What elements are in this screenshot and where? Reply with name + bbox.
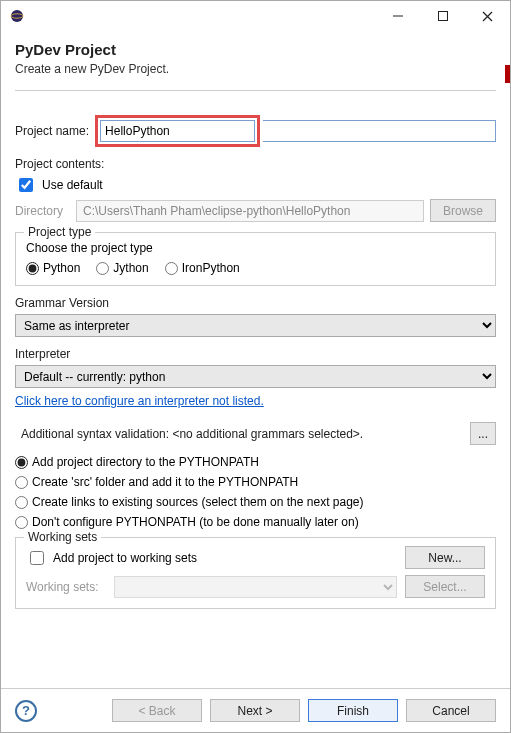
working-sets-legend: Working sets [24,530,101,544]
titlebar [1,1,510,31]
directory-input [76,200,424,222]
grammar-title: Grammar Version [15,296,496,310]
working-sets-label: Working sets: [26,580,106,594]
add-working-sets-label: Add project to working sets [53,551,197,565]
contents-title: Project contents: [15,157,496,171]
project-type-choose: Choose the project type [26,241,485,255]
header-divider [15,90,496,91]
pp-opt1[interactable]: Add project directory to the PYTHONPATH [15,455,496,469]
minimize-button[interactable] [375,1,420,31]
working-sets-new-button[interactable]: New... [405,546,485,569]
pp-opt3[interactable]: Create links to existing sources (select… [15,495,496,509]
working-sets-select-button: Select... [405,575,485,598]
pp-opt4[interactable]: Don't configure PYTHONPATH (to be done m… [15,515,496,529]
wizard-content: Project name: Project contents: Use defa… [1,105,510,688]
project-name-row: Project name: [15,115,496,147]
eclipse-icon [9,8,25,24]
radio-python[interactable]: Python [26,261,80,275]
working-sets-select [114,576,397,598]
pp-opt2-input[interactable] [15,476,28,489]
wizard-header: PyDev Project Create a new PyDev Project… [1,31,510,105]
project-type-group: Project type Choose the project type Pyt… [15,232,496,286]
working-sets-row: Working sets: Select... [26,575,485,598]
maximize-button[interactable] [420,1,465,31]
pythonpath-options: Add project directory to the PYTHONPATH … [15,455,496,529]
directory-row: Directory Browse [15,199,496,222]
pp-opt2[interactable]: Create 'src' folder and add it to the PY… [15,475,496,489]
pp-opt4-input[interactable] [15,516,28,529]
back-button: < Back [112,699,202,722]
radio-python-input[interactable] [26,262,39,275]
use-default-row: Use default [15,175,496,195]
project-name-input[interactable] [100,120,255,142]
project-type-legend: Project type [24,225,95,239]
radio-ironpython[interactable]: IronPython [165,261,240,275]
dialog-window: PyDev Project Create a new PyDev Project… [0,0,511,733]
wizard-subtitle: Create a new PyDev Project. [15,62,496,76]
use-default-checkbox[interactable] [19,178,33,192]
radio-ironpython-input[interactable] [165,262,178,275]
pp-opt3-input[interactable] [15,496,28,509]
help-icon[interactable]: ? [15,700,37,722]
finish-button[interactable]: Finish [308,699,398,722]
project-name-input-ext[interactable] [263,120,496,142]
radio-jython-input[interactable] [96,262,109,275]
svg-rect-3 [438,12,447,21]
radio-jython[interactable]: Jython [96,261,148,275]
wizard-title: PyDev Project [15,41,496,58]
syntax-more-button[interactable]: ... [470,422,496,445]
directory-label: Directory [15,204,70,218]
interpreter-title: Interpreter [15,347,496,361]
use-default-label: Use default [42,178,103,192]
syntax-row: Additional syntax validation: <no additi… [15,422,496,445]
grammar-select[interactable]: Same as interpreter [15,314,496,337]
cancel-button[interactable]: Cancel [406,699,496,722]
configure-interpreter-link[interactable]: Click here to configure an interpreter n… [15,394,264,408]
close-button[interactable] [465,1,510,31]
wizard-footer: ? < Back Next > Finish Cancel [1,688,510,732]
project-name-label: Project name: [15,124,89,138]
project-name-highlight [95,115,260,147]
interpreter-select[interactable]: Default -- currently: python [15,365,496,388]
header-accent [505,65,510,83]
next-button[interactable]: Next > [210,699,300,722]
working-sets-group: Working sets Add project to working sets… [15,537,496,609]
browse-button: Browse [430,199,496,222]
add-working-sets-checkbox[interactable] [30,551,44,565]
pp-opt1-input[interactable] [15,456,28,469]
project-type-radios: Python Jython IronPython [26,261,485,275]
syntax-label: Additional syntax validation: <no additi… [15,427,462,441]
svg-point-0 [11,10,23,22]
